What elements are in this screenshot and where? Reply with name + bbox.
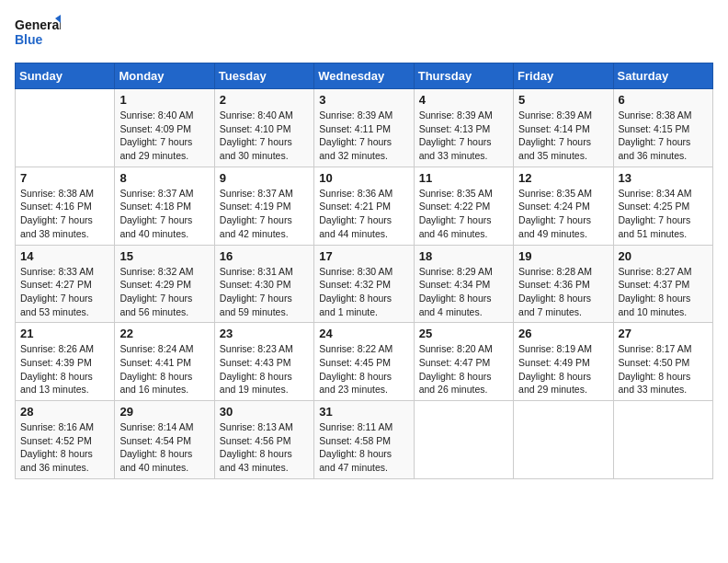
calendar-cell: 5 Sunrise: 8:39 AM Sunset: 4:14 PM Dayli…	[514, 89, 613, 167]
day-number: 22	[119, 327, 209, 340]
day-info: Sunrise: 8:22 AM Sunset: 4:45 PM Dayligh…	[319, 342, 408, 396]
day-info: Sunrise: 8:17 AM Sunset: 4:50 PM Dayligh…	[619, 342, 708, 396]
day-info: Sunrise: 8:19 AM Sunset: 4:49 PM Dayligh…	[518, 342, 608, 396]
calendar-cell: 13 Sunrise: 8:34 AM Sunset: 4:25 PM Dayl…	[613, 167, 712, 245]
calendar-cell	[514, 401, 613, 479]
day-number: 28	[20, 405, 109, 419]
calendar-cell: 17 Sunrise: 8:30 AM Sunset: 4:32 PM Dayl…	[314, 245, 414, 323]
calendar-cell: 8 Sunrise: 8:37 AM Sunset: 4:18 PM Dayli…	[115, 167, 214, 245]
day-info: Sunrise: 8:35 AM Sunset: 4:22 PM Dayligh…	[419, 187, 508, 241]
day-number: 5	[518, 93, 608, 107]
day-number: 7	[20, 171, 109, 185]
day-info: Sunrise: 8:38 AM Sunset: 4:16 PM Dayligh…	[20, 187, 109, 241]
calendar-cell: 6 Sunrise: 8:38 AM Sunset: 4:15 PM Dayli…	[613, 89, 712, 167]
day-info: Sunrise: 8:13 AM Sunset: 4:56 PM Dayligh…	[220, 420, 309, 475]
day-number: 30	[220, 405, 309, 419]
calendar-cell: 1 Sunrise: 8:40 AM Sunset: 4:09 PM Dayli…	[115, 89, 214, 167]
calendar-cell	[414, 401, 513, 479]
svg-text:Blue: Blue	[15, 32, 43, 47]
day-info: Sunrise: 8:40 AM Sunset: 4:09 PM Dayligh…	[119, 109, 209, 163]
calendar-cell: 23 Sunrise: 8:23 AM Sunset: 4:43 PM Dayl…	[214, 323, 313, 401]
calendar-cell: 10 Sunrise: 8:36 AM Sunset: 4:21 PM Dayl…	[314, 167, 414, 245]
header-sunday: Sunday	[16, 63, 115, 89]
calendar-cell: 20 Sunrise: 8:27 AM Sunset: 4:37 PM Dayl…	[613, 245, 712, 323]
day-number: 13	[619, 171, 708, 185]
day-number: 4	[419, 93, 508, 107]
calendar-cell: 24 Sunrise: 8:22 AM Sunset: 4:45 PM Dayl…	[314, 323, 414, 401]
calendar-cell: 27 Sunrise: 8:17 AM Sunset: 4:50 PM Dayl…	[613, 323, 712, 401]
calendar-cell	[16, 89, 115, 167]
calendar-week-4: 21 Sunrise: 8:26 AM Sunset: 4:39 PM Dayl…	[16, 323, 713, 401]
calendar-cell: 4 Sunrise: 8:39 AM Sunset: 4:13 PM Dayli…	[414, 89, 513, 167]
day-number: 3	[319, 93, 408, 107]
day-number: 14	[20, 249, 109, 263]
day-info: Sunrise: 8:39 AM Sunset: 4:13 PM Dayligh…	[419, 109, 508, 163]
logo: General Blue	[15, 15, 61, 52]
header-saturday: Saturday	[613, 63, 712, 89]
day-number: 26	[518, 327, 608, 340]
day-number: 27	[619, 327, 708, 340]
day-number: 29	[119, 405, 209, 419]
day-number: 10	[319, 171, 408, 185]
day-info: Sunrise: 8:26 AM Sunset: 4:39 PM Dayligh…	[20, 342, 109, 396]
calendar-cell: 22 Sunrise: 8:24 AM Sunset: 4:41 PM Dayl…	[115, 323, 214, 401]
calendar-cell: 2 Sunrise: 8:40 AM Sunset: 4:10 PM Dayli…	[214, 89, 313, 167]
calendar-cell: 11 Sunrise: 8:35 AM Sunset: 4:22 PM Dayl…	[414, 167, 513, 245]
calendar-cell: 15 Sunrise: 8:32 AM Sunset: 4:29 PM Dayl…	[115, 245, 214, 323]
calendar-table: SundayMondayTuesdayWednesdayThursdayFrid…	[15, 63, 713, 479]
day-info: Sunrise: 8:34 AM Sunset: 4:25 PM Dayligh…	[619, 187, 708, 241]
day-info: Sunrise: 8:37 AM Sunset: 4:19 PM Dayligh…	[220, 187, 309, 241]
logo-svg: General Blue	[15, 15, 61, 52]
day-number: 1	[119, 93, 209, 107]
calendar-week-2: 7 Sunrise: 8:38 AM Sunset: 4:16 PM Dayli…	[16, 167, 713, 245]
day-number: 23	[220, 327, 309, 340]
day-number: 15	[119, 249, 209, 263]
calendar-cell: 30 Sunrise: 8:13 AM Sunset: 4:56 PM Dayl…	[214, 401, 313, 479]
calendar-cell: 19 Sunrise: 8:28 AM Sunset: 4:36 PM Dayl…	[514, 245, 613, 323]
day-info: Sunrise: 8:20 AM Sunset: 4:47 PM Dayligh…	[419, 342, 508, 396]
day-info: Sunrise: 8:32 AM Sunset: 4:29 PM Dayligh…	[119, 265, 209, 319]
calendar-cell: 25 Sunrise: 8:20 AM Sunset: 4:47 PM Dayl…	[414, 323, 513, 401]
calendar-header-row: SundayMondayTuesdayWednesdayThursdayFrid…	[16, 63, 713, 89]
header-thursday: Thursday	[414, 63, 513, 89]
day-number: 25	[419, 327, 508, 340]
day-info: Sunrise: 8:29 AM Sunset: 4:34 PM Dayligh…	[419, 265, 508, 319]
day-info: Sunrise: 8:11 AM Sunset: 4:58 PM Dayligh…	[319, 420, 408, 475]
calendar-cell: 28 Sunrise: 8:16 AM Sunset: 4:52 PM Dayl…	[16, 401, 115, 479]
day-info: Sunrise: 8:28 AM Sunset: 4:36 PM Dayligh…	[518, 265, 608, 319]
day-info: Sunrise: 8:27 AM Sunset: 4:37 PM Dayligh…	[619, 265, 708, 319]
calendar-cell: 29 Sunrise: 8:14 AM Sunset: 4:54 PM Dayl…	[115, 401, 214, 479]
calendar-cell: 16 Sunrise: 8:31 AM Sunset: 4:30 PM Dayl…	[214, 245, 313, 323]
day-info: Sunrise: 8:24 AM Sunset: 4:41 PM Dayligh…	[119, 342, 209, 396]
day-info: Sunrise: 8:37 AM Sunset: 4:18 PM Dayligh…	[119, 187, 209, 241]
day-info: Sunrise: 8:39 AM Sunset: 4:14 PM Dayligh…	[518, 109, 608, 163]
calendar-cell	[613, 401, 712, 479]
calendar-cell: 26 Sunrise: 8:19 AM Sunset: 4:49 PM Dayl…	[514, 323, 613, 401]
header-monday: Monday	[115, 63, 214, 89]
day-number: 31	[319, 405, 408, 419]
calendar-cell: 7 Sunrise: 8:38 AM Sunset: 4:16 PM Dayli…	[16, 167, 115, 245]
day-number: 2	[220, 93, 309, 107]
day-info: Sunrise: 8:38 AM Sunset: 4:15 PM Dayligh…	[619, 109, 708, 163]
svg-text:General: General	[15, 17, 61, 32]
calendar-cell: 21 Sunrise: 8:26 AM Sunset: 4:39 PM Dayl…	[16, 323, 115, 401]
day-info: Sunrise: 8:40 AM Sunset: 4:10 PM Dayligh…	[220, 109, 309, 163]
calendar-cell: 9 Sunrise: 8:37 AM Sunset: 4:19 PM Dayli…	[214, 167, 313, 245]
day-info: Sunrise: 8:16 AM Sunset: 4:52 PM Dayligh…	[20, 420, 109, 475]
day-number: 18	[419, 249, 508, 263]
day-info: Sunrise: 8:31 AM Sunset: 4:30 PM Dayligh…	[220, 265, 309, 319]
day-info: Sunrise: 8:33 AM Sunset: 4:27 PM Dayligh…	[20, 265, 109, 319]
day-info: Sunrise: 8:14 AM Sunset: 4:54 PM Dayligh…	[119, 420, 209, 475]
header-wednesday: Wednesday	[314, 63, 414, 89]
calendar-cell: 31 Sunrise: 8:11 AM Sunset: 4:58 PM Dayl…	[314, 401, 414, 479]
header-tuesday: Tuesday	[214, 63, 313, 89]
day-number: 11	[419, 171, 508, 185]
day-info: Sunrise: 8:23 AM Sunset: 4:43 PM Dayligh…	[220, 342, 309, 396]
calendar-week-3: 14 Sunrise: 8:33 AM Sunset: 4:27 PM Dayl…	[16, 245, 713, 323]
day-number: 17	[319, 249, 408, 263]
day-info: Sunrise: 8:36 AM Sunset: 4:21 PM Dayligh…	[319, 187, 408, 241]
day-number: 16	[220, 249, 309, 263]
day-number: 9	[220, 171, 309, 185]
day-number: 20	[619, 249, 708, 263]
day-number: 19	[518, 249, 608, 263]
